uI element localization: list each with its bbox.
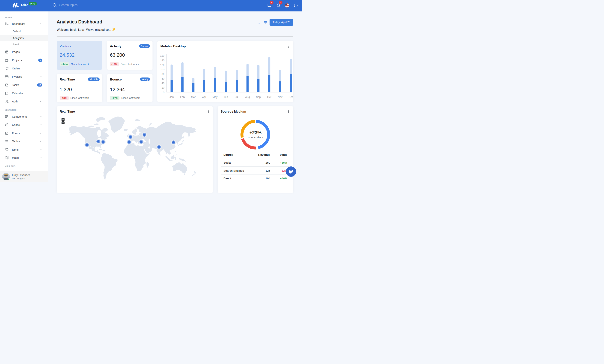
svg-text:Sep: Sep (256, 96, 261, 99)
svg-text:Jun: Jun (224, 96, 228, 99)
svg-text:140: 140 (160, 59, 164, 62)
svg-text:Apr: Apr (202, 96, 206, 99)
svg-text:Feb: Feb (180, 96, 185, 99)
svg-text:May: May (213, 96, 217, 99)
svg-text:Jan: Jan (170, 96, 174, 99)
svg-text:Jul: Jul (235, 96, 239, 99)
svg-text:160: 160 (160, 54, 164, 57)
svg-text:Aug: Aug (245, 96, 250, 99)
svg-text:0: 0 (163, 91, 164, 94)
svg-text:100: 100 (160, 68, 164, 71)
svg-text:40: 40 (162, 82, 164, 85)
svg-text:60: 60 (162, 77, 164, 80)
svg-text:Dec: Dec (289, 96, 293, 99)
svg-text:120: 120 (160, 63, 164, 66)
svg-text:Mar: Mar (191, 96, 196, 99)
svg-text:Oct: Oct (267, 96, 271, 99)
svg-text:Nov: Nov (278, 96, 282, 99)
svg-text:80: 80 (162, 73, 164, 75)
svg-text:20: 20 (162, 86, 164, 89)
